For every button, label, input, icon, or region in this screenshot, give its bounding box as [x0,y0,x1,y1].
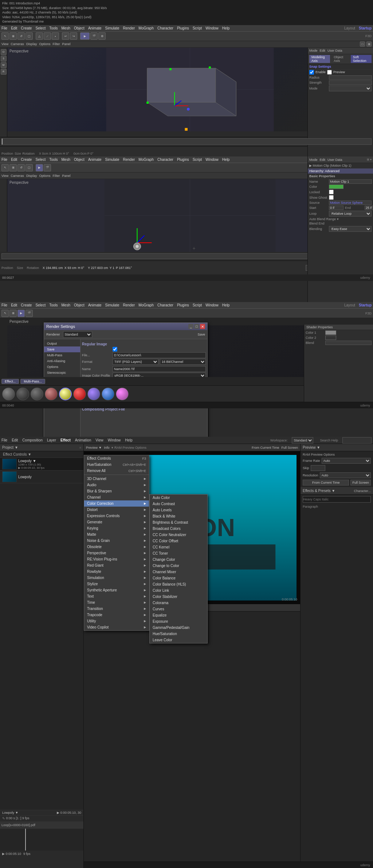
shader-color2-swatch[interactable] [325,336,336,340]
menu-animate-1[interactable]: Animate [88,26,102,30]
cameras-btn-2[interactable]: Cameras [11,174,24,178]
tb-poly[interactable]: △ [36,32,43,40]
cc-color-neutralizer-item[interactable]: CC Color Neutralizer [150,532,207,538]
ae-menu-composition[interactable]: Composition [22,438,43,442]
tb-scale[interactable]: ⊞ [9,32,17,40]
remove-all-item[interactable]: Remove All Ctrl+Shift+E [84,468,149,474]
change-color-item[interactable]: Change Color [150,556,207,563]
tb-redo[interactable]: ↪ [70,32,77,40]
menu-create-2[interactable]: Create [21,158,32,162]
from-current-btn[interactable]: From Current Time [252,446,279,449]
edit-label-2[interactable]: Edit [320,158,326,162]
shader-color1-swatch[interactable] [325,330,336,335]
brightness-contrast-item[interactable]: Brightness & Contrast [150,519,207,526]
tb-edge[interactable]: ⟋ [44,32,51,40]
userdata-label[interactable]: User Data [327,49,342,52]
auto-color-item[interactable]: Auto Color [150,495,207,501]
mat-8[interactable] [102,388,114,400]
options-btn[interactable]: Options [39,42,50,46]
mat-5-selected[interactable] [59,388,72,400]
menu-help-1[interactable]: Help [222,26,230,30]
tb-move[interactable]: ↖ [1,32,9,40]
revision-item[interactable]: RE:Vision Plug-ins [84,556,149,562]
filter-btn-2[interactable]: Filter [52,174,60,178]
tb-rotate[interactable]: ↺ [17,32,25,40]
userdata-label-2[interactable]: User Data [327,158,342,162]
cc-kernel-item[interactable]: CC Kernel [150,544,207,550]
tb-point[interactable]: • [52,32,59,40]
menu-render-3[interactable]: Render [123,303,135,307]
view-btn-2[interactable]: View [1,174,8,178]
matte-item[interactable]: Matte [84,531,149,538]
save-item[interactable]: Save [44,346,80,352]
trapcode-item[interactable]: Trapcode [84,612,149,618]
menu-simulate-2[interactable]: Simulate [105,158,119,162]
comp-item[interactable]: Lowpoly ▼ 1280 x 720 (1.00) ▶ 0:00:05:10… [0,458,83,471]
tb-render-view[interactable]: 🎬 [90,32,98,40]
menu-create-1[interactable]: Create [21,26,32,30]
blending-select[interactable]: Easy Ease [329,226,372,232]
multipass-item[interactable]: Multi-Pass [44,352,80,358]
menu-mesh-2[interactable]: Mesh [62,158,70,162]
effect-controls-item[interactable]: Effect Controls F3 [84,455,149,461]
lt-obj[interactable]: O [1,49,7,55]
menu-mograph-3[interactable]: MoGraph [138,303,154,307]
tb2-render2[interactable]: 🎬 [44,164,51,171]
strength-input[interactable] [329,80,372,85]
change-to-color-item[interactable]: Change to Color [150,563,207,569]
ae-menu-edit[interactable]: Edit [12,438,18,442]
audio-item[interactable]: Audio [84,482,149,488]
stereoscopic-item[interactable]: Stereoscopic [44,370,80,376]
ep-search-input[interactable] [303,496,371,503]
3dchannel-item[interactable]: 3D Channel [84,476,149,482]
text-item[interactable]: Text [84,593,149,599]
radius-input[interactable] [329,75,372,80]
menu-mograph-2[interactable]: MoGraph [138,158,154,162]
tb2-move[interactable]: ↖ [1,164,9,171]
tb3-render[interactable]: ▶ [17,310,25,317]
show-ghost-checkbox[interactable] [329,195,334,200]
ae-menu-effect[interactable]: Effect [60,438,71,442]
menu-create-3[interactable]: Create [21,303,32,307]
menu-window-3[interactable]: Window [205,303,219,307]
menu-select-2[interactable]: Select [35,158,46,162]
object-axis-tab[interactable]: Object Axis [331,55,349,63]
dialog-close[interactable]: ✕ [200,324,205,329]
time-item[interactable]: Time [84,599,149,606]
menu-simulate-3[interactable]: Simulate [105,303,119,307]
menu-plugins-2[interactable]: Plugins [177,158,189,162]
mode-label[interactable]: Mode [309,49,318,52]
lt-move2[interactable]: M [1,62,7,68]
res-select[interactable]: Auto [320,472,371,478]
color-correction-item[interactable]: Color Correction [84,500,149,507]
menu-file-3[interactable]: File [1,303,7,307]
display-btn-2[interactable]: Display [26,174,37,178]
tb3-scale[interactable]: ⊞ [9,310,17,317]
menu-help-2[interactable]: Help [222,158,230,162]
tb2-select[interactable]: ▢ [25,164,33,171]
effect-controls-panel[interactable]: Effect Controls ▼ [3,452,31,456]
modeling-axis-tab[interactable]: Modeling Axis [309,55,330,63]
menu-plugins-3[interactable]: Plugins [177,303,189,307]
tb-render-settings[interactable]: ⚙ [98,32,106,40]
bw-item[interactable]: Black & White [150,513,207,519]
file-path-input[interactable] [113,352,206,358]
options-item[interactable]: Options [44,364,80,370]
stylize-item[interactable]: Stylize [84,581,149,587]
output-item[interactable]: Output [44,341,80,346]
video-copilot-item[interactable]: Video Copilot [84,624,149,630]
hue-sat-item[interactable]: Hue/Saturation Ctrl+Alt+Shift+E [84,461,149,468]
menu-render-1[interactable]: Render [123,26,135,30]
lt-r[interactable]: R [1,69,7,75]
channel-item[interactable]: Channel [84,494,149,500]
menu-script-2[interactable]: Script [193,158,202,162]
name-input-dialog[interactable] [113,366,206,372]
color-balance-hls-item[interactable]: Color Balance (HLS) [150,581,207,587]
tb3-render2[interactable]: 🎬 [25,310,33,317]
cc-color-offset-item[interactable]: CC Color Offset [150,538,207,544]
rowbyte-item[interactable]: Rowbyte [84,568,149,575]
mode-select[interactable] [329,86,372,91]
generate-item[interactable]: Generate [84,519,149,525]
display-btn[interactable]: Display [26,42,37,46]
ae-menu-window[interactable]: Window [108,438,121,442]
